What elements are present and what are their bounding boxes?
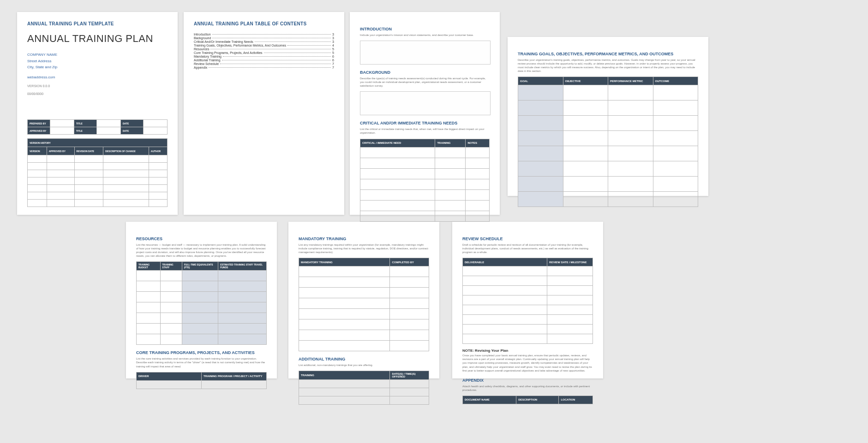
critical-desc: List the critical or immediate training … — [360, 127, 490, 135]
version-history-header: VERSION HISTORY — [28, 139, 168, 147]
page-2: ANNUAL TRAINING PLAN TABLE OF CONTENTS I… — [184, 12, 344, 215]
appendix-desc: Attach health and safety checklists, dia… — [462, 384, 593, 392]
template-header: ANNUAL TRAINING PLAN TEMPLATE — [27, 21, 168, 26]
mandatory-desc: List any mandatory trainings required wi… — [299, 243, 429, 254]
date-label-1: DATE — [121, 120, 144, 127]
city: City, State and Zip — [27, 65, 168, 70]
date-label-2: DATE — [121, 127, 144, 135]
toc-item: Training Goals, Objectives, Performance … — [194, 44, 334, 47]
review-desc: Draft a schedule for periodic review and… — [462, 243, 593, 254]
intro-heading: INTRODUCTION — [360, 27, 490, 31]
appendix-table: DOCUMENT NAME DESCRIPTION LOCATION — [462, 396, 593, 404]
toc-item: Introduction3 — [194, 33, 334, 36]
page-5: RESOURCES List the resources — budget an… — [126, 222, 277, 378]
toc-header: ANNUAL TRAINING PLAN TABLE OF CONTENTS — [194, 21, 334, 26]
core-desc: List the core training activities and se… — [136, 357, 267, 368]
sign-off-table: PREPARED BY TITLE DATE APPROVED BY TITLE… — [27, 119, 168, 135]
note-desc: Once you have completed your basic annua… — [462, 354, 593, 372]
toc-item: Critical And/Or Immediate Training Needs… — [194, 40, 334, 43]
core-table: DRIVER TRAINING PROGRAM / PROJECT / ACTI… — [136, 372, 267, 389]
main-title: ANNUAL TRAINING PLAN — [27, 33, 168, 45]
page-3: INTRODUCTION Include your organization's… — [350, 12, 500, 215]
goals-heading: TRAINING GOALS, OBJECTIVES, PERFORMANCE … — [518, 52, 698, 56]
toc-item: Background3 — [194, 36, 334, 40]
mandatory-heading: MANDATORY TRAINING — [299, 236, 429, 241]
goals-desc: Describe your organization's training go… — [518, 58, 698, 73]
additional-heading: ADDITIONAL TRAINING — [299, 357, 429, 361]
resources-desc: List the resources — budget and staff — … — [136, 243, 267, 258]
mandatory-table: MANDATORY TRAINING COMPLETED BY — [299, 258, 429, 351]
company-block: COMPANY NAME Street Address City, State … — [27, 52, 168, 70]
resources-table: TRAINING BUDGET TRAINING STAFF FULL-TIME… — [136, 261, 267, 345]
background-heading: BACKGROUND — [360, 70, 490, 75]
page-1: ANNUAL TRAINING PLAN TEMPLATE ANNUAL TRA… — [17, 12, 178, 215]
note-heading: NOTE: Revising Your Plan — [462, 348, 593, 353]
goals-table: GOAL OBJECTIVE PERFORMANCE METRIC OUTCOM… — [518, 77, 698, 207]
intro-textbox[interactable] — [360, 41, 491, 65]
page-6: MANDATORY TRAINING List any mandatory tr… — [288, 222, 439, 378]
additional-table: TRAINING DATE(S) / TIME(S) OFFERED — [299, 371, 429, 405]
core-heading: CORE TRAINING PROGRAMS, PROJECTS, AND AC… — [136, 350, 267, 355]
approved-by-label: APPROVED BY — [28, 127, 50, 135]
additional-desc: List additional, non-mandatory trainings… — [299, 363, 429, 367]
toc-item: Additional Training6 — [194, 59, 334, 62]
critical-heading: CRITICAL AND/OR IMMEDIATE TRAINING NEEDS — [360, 121, 490, 125]
toc-item: Resources5 — [194, 47, 334, 51]
critical-needs-table: CRITICAL / IMMEDIATE NEED TRAINING NOTES — [360, 139, 490, 222]
resources-heading: RESOURCES — [136, 236, 267, 241]
review-heading: REVIEW SCHEDULE — [462, 236, 593, 241]
background-textbox[interactable] — [360, 91, 491, 115]
version-history-table: VERSION HISTORY VERSION APPROVED BY REVI… — [27, 138, 168, 207]
title-label-2: TITLE — [74, 127, 97, 135]
title-label-1: TITLE — [74, 120, 97, 127]
table-of-contents: Introduction3Background3Critical And/Or … — [194, 33, 334, 69]
company-name: COMPANY NAME — [27, 52, 168, 58]
page-7: REVIEW SCHEDULE Draft a schedule for per… — [452, 222, 603, 378]
prepared-by-label: PREPARED BY — [28, 120, 50, 127]
page-4: TRAINING GOALS, OBJECTIVES, PERFORMANCE … — [508, 37, 708, 196]
web: webaddress.com — [27, 75, 168, 80]
version: VERSION 0.0.0 — [27, 84, 168, 88]
appendix-heading: APPENDIX — [462, 378, 593, 383]
street: Street Address — [27, 59, 168, 64]
toc-item: Core Training Programs, Projects, And Ac… — [194, 51, 334, 54]
toc-item: Appendix7 — [194, 66, 334, 69]
intro-desc: Include your organization's mission and … — [360, 33, 490, 37]
background-desc: Describe the type(s) of training needs a… — [360, 77, 490, 88]
toc-item: Review Schedule7 — [194, 62, 334, 65]
document-canvas: ANNUAL TRAINING PLAN TEMPLATE ANNUAL TRA… — [9, 9, 868, 443]
review-table: DELIVERABLE REVIEW DATE / MILESTONE — [462, 258, 593, 344]
doc-date: 00/00/0000 — [27, 92, 168, 95]
toc-item: Mandatory Training6 — [194, 55, 334, 58]
